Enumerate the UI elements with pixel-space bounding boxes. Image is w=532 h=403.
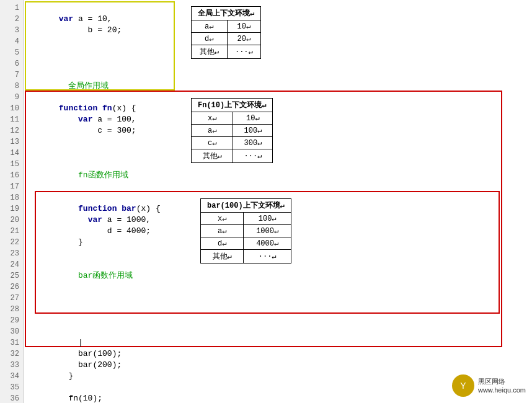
table-cell-value: ···↵	[233, 149, 273, 163]
table-cell-key: c↵	[192, 137, 233, 149]
table-row: 其他↵ ···↵	[192, 149, 273, 163]
table-cell-value: 10↵	[233, 112, 273, 125]
fn-table-title: Fn(10)上下文环境↵	[192, 99, 273, 112]
code-line-32: bar(100);	[30, 337, 122, 348]
table-cell-key: 其他↵	[201, 250, 244, 264]
code-area: var a = 10, b = 20; 全局作用域 function fn(x)…	[24, 0, 532, 403]
table-cell-value: ···↵	[227, 45, 261, 59]
watermark-site: 黑区网络	[478, 377, 526, 386]
table-row: c↵ 300↵	[192, 137, 273, 149]
code-line-15: fn函数作用域	[30, 159, 128, 170]
table-cell-value: 20↵	[227, 33, 261, 45]
table-row: a↵ 10↵	[192, 20, 261, 33]
global-table-title: 全局上下文环境↵	[192, 7, 261, 20]
fn-context-table: Fn(10)上下文环境↵ x↵ 10↵ a↵ 100↵ c↵ 300↵ 其他↵	[191, 98, 273, 163]
table-cell-value: 4000↵	[244, 237, 291, 250]
table-row: a↵ 100↵	[192, 125, 273, 137]
watermark-url: www.heiqu.com	[478, 386, 526, 394]
table-cell-key: x↵	[192, 112, 233, 125]
code-line-34: }	[30, 360, 73, 371]
main-container: 1 2 3 4 5 6 7 8 9 10 11 12 13 14 15 16 1…	[0, 0, 532, 403]
code-line-36: fn(10);	[30, 382, 102, 393]
code-line-7: 全局作用域	[30, 69, 109, 81]
table-cell-key: a↵	[192, 125, 233, 137]
table-cell-value: 1000↵	[244, 225, 291, 237]
code-line-22: }	[30, 226, 83, 237]
code-line-21: d = 4000;	[30, 215, 151, 226]
code-line-25: bar函数作用域	[30, 259, 133, 270]
line-numbers: 1 2 3 4 5 6 7 8 9 10 11 12 13 14 15 16 1…	[0, 0, 24, 403]
table-row: d↵ 4000↵	[201, 237, 291, 250]
table-cell-value: 300↵	[233, 137, 273, 149]
table-cell-value: ···↵	[244, 250, 291, 264]
code-line-1: var a = 10,	[30, 2, 112, 14]
code-line-20: var a = 1000,	[30, 203, 151, 215]
code-line-9: function fn(x) {	[30, 92, 136, 103]
table-row: 其他↵ ···↵	[201, 250, 291, 264]
table-cell-key: x↵	[201, 213, 244, 225]
table-row: d↵ 20↵	[192, 33, 261, 45]
table-cell-key: a↵	[201, 225, 244, 237]
table-cell-key: a↵	[192, 20, 228, 33]
table-row: x↵ 10↵	[192, 112, 273, 125]
watermark: Y 黑区网络 www.heiqu.com	[452, 374, 526, 397]
global-context-table: 全局上下文环境↵ a↵ 10↵ d↵ 20↵ 其他↵ ···↵	[191, 6, 261, 59]
table-row: 其他↵ ···↵	[192, 45, 261, 59]
code-line-19: function bar(x) {	[30, 192, 161, 203]
table-cell-key: 其他↵	[192, 45, 228, 59]
code-line-31: |	[30, 326, 83, 337]
code-line-33: bar(200);	[30, 348, 122, 360]
watermark-icon: Y	[456, 379, 470, 392]
table-cell-key: d↵	[201, 237, 244, 250]
table-row: x↵ 100↵	[201, 213, 291, 225]
table-cell-value: 10↵	[227, 20, 261, 33]
table-cell-key: 其他↵	[192, 149, 233, 163]
code-line-11: c = 300;	[30, 114, 136, 125]
svg-text:Y: Y	[460, 381, 466, 391]
table-row: a↵ 1000↵	[201, 225, 291, 237]
code-line-10: var a = 100,	[30, 103, 136, 114]
bar-table-title: bar(100)上下文环境↵	[201, 199, 291, 213]
bar-context-table: bar(100)上下文环境↵ x↵ 100↵ a↵ 1000↵ d↵ 4000↵…	[200, 198, 291, 264]
watermark-text: 黑区网络 www.heiqu.com	[478, 377, 526, 395]
table-cell-value: 100↵	[244, 213, 291, 225]
watermark-logo: Y	[452, 374, 474, 397]
code-line-2: b = 20;	[30, 14, 122, 25]
table-cell-value: 100↵	[233, 125, 273, 137]
table-cell-key: d↵	[192, 33, 228, 45]
